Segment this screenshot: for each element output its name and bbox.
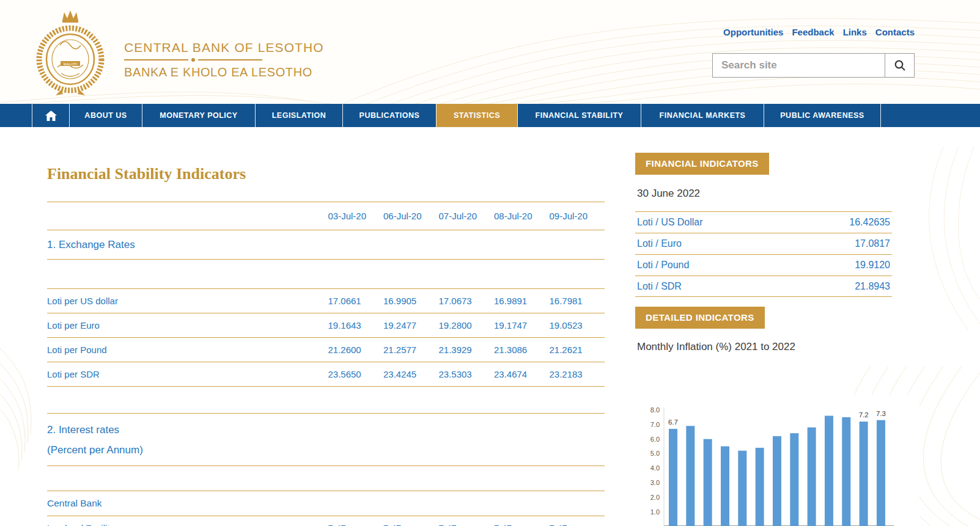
nav-item-financial-markets[interactable]: FINANCIAL MARKETS xyxy=(641,104,764,127)
nav-item-about-us[interactable]: ABOUT US xyxy=(69,104,142,127)
inflation-bar xyxy=(738,451,746,526)
inflation-bar xyxy=(669,429,677,526)
site-search xyxy=(712,53,915,78)
nav-item-public-awareness[interactable]: PUBLIC AWARENESS xyxy=(764,104,881,127)
inflation-bar xyxy=(877,420,885,526)
site-header: MALOTI CENTRAL BANK OF LESOTHO BANKA E K… xyxy=(0,0,980,104)
bar-data-label: 6.7 xyxy=(668,418,678,426)
nav-item-home[interactable] xyxy=(32,104,69,127)
nav-item-label: FINANCIAL MARKETS xyxy=(660,111,746,120)
nav-item-financial-stability[interactable]: FINANCIAL STABILITY xyxy=(517,104,641,127)
table-value: 16.7981 xyxy=(549,296,605,306)
table-value: 21.2577 xyxy=(383,345,439,355)
table-value: 03-Jul-20 xyxy=(328,211,383,221)
fsi-table: 03-Jul-2006-Jul-2007-Jul-2008-Jul-2009-J… xyxy=(47,202,605,526)
inflation-bar xyxy=(756,448,764,526)
central-bank-of-lesotho-crest-logo: MALOTI xyxy=(31,7,110,99)
table-value: 7.47 xyxy=(328,523,383,526)
table-date-header-row: 03-Jul-2006-Jul-2007-Jul-2008-Jul-2009-J… xyxy=(47,202,605,230)
table-value: 23.4674 xyxy=(494,369,550,379)
row-label: Loti per SDR xyxy=(47,369,328,379)
table-value: 09-Jul-20 xyxy=(549,211,605,221)
opportunities-link[interactable]: Opportunities xyxy=(723,27,783,37)
search-input[interactable] xyxy=(713,54,885,77)
table-value: 16.9891 xyxy=(494,296,550,306)
main-navigation: ABOUT USMONETARY POLICYLEGISLATIONPUBLIC… xyxy=(0,104,980,127)
section-heading-row: 2. Interest rates(Percent per Annum) xyxy=(47,414,605,466)
spacer-row xyxy=(47,260,605,289)
decorative-curves-left xyxy=(0,342,49,483)
inflation-bar xyxy=(790,433,798,526)
nav-item-statistics[interactable]: STATISTICS xyxy=(436,104,517,127)
section-heading-row: 1. Exchange Rates xyxy=(47,230,605,260)
table-value: 19.2477 xyxy=(383,320,439,331)
inflation-bar xyxy=(825,416,833,526)
feedback-link[interactable]: Feedback xyxy=(792,27,834,37)
spacer-row xyxy=(47,387,605,414)
table-value: 19.0523 xyxy=(549,320,605,331)
y-axis-tick: 8.0 xyxy=(650,406,660,414)
rate-value: 19.9120 xyxy=(855,260,890,271)
inflation-bar xyxy=(773,436,781,526)
table-value: 7.47 xyxy=(438,523,494,526)
y-axis-tick: - xyxy=(657,523,660,526)
nav-item-label: STATISTICS xyxy=(454,111,500,120)
inflation-bar-chart: 8.07.06.05.04.03.02.01.0-6.77.27.3 xyxy=(635,395,919,526)
rate-label: Loti / SDR xyxy=(637,281,682,292)
section-2-subheading: (Percent per Annum) xyxy=(47,440,143,460)
y-axis-tick: 2.0 xyxy=(650,494,660,501)
main-content: Financial Stability Indicators 03-Jul-20… xyxy=(47,165,605,526)
search-button[interactable] xyxy=(885,54,914,77)
row-label: Loti per Pound xyxy=(47,345,328,355)
rate-row: Loti / Pound19.9120 xyxy=(635,254,892,276)
detailed-indicators-heading: DETAILED INDICATORS xyxy=(635,307,765,329)
nav-item-monetary-policy[interactable]: MONETARY POLICY xyxy=(142,104,255,127)
table-value: 19.2800 xyxy=(438,320,494,331)
table-value: 16.9905 xyxy=(383,296,439,306)
nav-item-label: MONETARY POLICY xyxy=(160,111,237,120)
row-label: Lombard Facility xyxy=(47,523,328,526)
rate-label: Loti / Pound xyxy=(637,260,689,271)
rate-label: Loti / US Dollar xyxy=(637,217,703,228)
table-value: 21.2621 xyxy=(549,345,605,355)
table-value: 17.0673 xyxy=(438,296,494,306)
page-title: Financial Stability Indicators xyxy=(47,165,605,183)
y-axis-tick: 6.0 xyxy=(650,436,660,443)
table-value: 21.3086 xyxy=(494,345,550,355)
contacts-link[interactable]: Contacts xyxy=(875,27,915,37)
y-axis-tick: 7.0 xyxy=(650,421,660,428)
inflation-bar xyxy=(808,428,816,526)
nav-item-publications[interactable]: PUBLICATIONS xyxy=(342,104,436,127)
nav-item-legislation[interactable]: LEGISLATION xyxy=(255,104,342,127)
table-value: 7.47 xyxy=(494,523,550,526)
y-axis-tick: 5.0 xyxy=(650,450,660,457)
inflation-bar xyxy=(721,447,729,526)
table-value: 7.47 xyxy=(549,523,605,526)
utility-links: Opportunities Feedback Links Contacts xyxy=(723,27,915,37)
row-label: Loti per US dollar xyxy=(47,296,328,306)
nav-item-label: ABOUT US xyxy=(84,111,127,120)
inflation-bar xyxy=(842,417,850,526)
links-link[interactable]: Links xyxy=(843,27,867,37)
bar-data-label: 7.2 xyxy=(859,411,869,418)
table-value: 19.1643 xyxy=(328,320,383,331)
table-value: 08-Jul-20 xyxy=(494,211,550,221)
rate-value: 16.42635 xyxy=(849,217,890,228)
rate-row: Loti / Euro17.0817 xyxy=(635,233,892,254)
table-row: Loti per Pound21.260021.257721.392921.30… xyxy=(47,338,605,362)
bank-name-sesotho: BANKA E KHOLO EA LESOTHO xyxy=(124,65,262,79)
wordmark-divider xyxy=(124,58,262,62)
rate-value: 21.8943 xyxy=(855,281,890,292)
table-value: 23.5303 xyxy=(438,369,494,379)
nav-item-label: FINANCIAL STABILITY xyxy=(536,111,624,120)
table-value: 23.4245 xyxy=(383,369,439,379)
rate-label: Loti / Euro xyxy=(637,238,682,249)
table-value: 19.1747 xyxy=(494,320,550,331)
rate-row: Loti / SDR21.8943 xyxy=(635,276,892,297)
spacer-row xyxy=(47,466,605,491)
rate-row: Loti / US Dollar16.42635 xyxy=(635,211,892,233)
table-row: Loti per SDR23.565023.424523.530323.4674… xyxy=(47,362,605,387)
table-value: 06-Jul-20 xyxy=(383,211,439,221)
table-value: 7.47 xyxy=(383,523,439,526)
bank-name-english: CENTRAL BANK OF LESOTHO xyxy=(124,40,262,55)
